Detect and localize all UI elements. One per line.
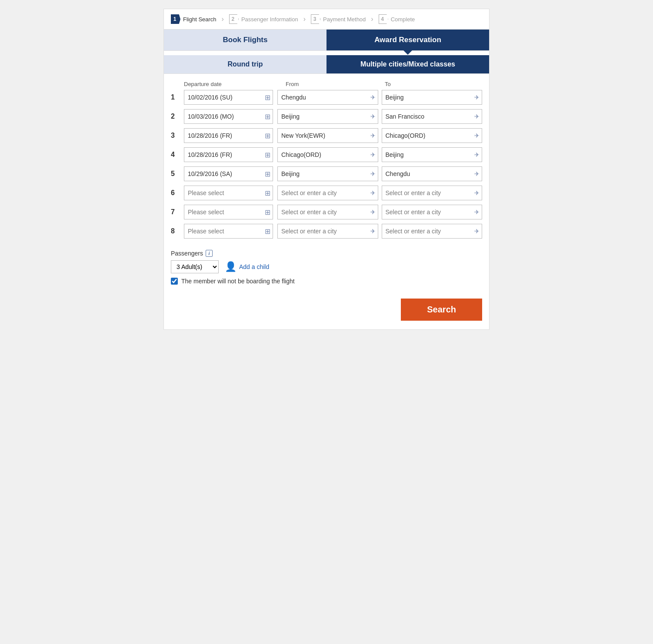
step-2: 2 Passenger Information bbox=[229, 14, 298, 24]
date-wrap-1: ⊞ bbox=[184, 90, 273, 105]
to-input-6[interactable] bbox=[382, 186, 483, 200]
step-sep-3: › bbox=[371, 15, 373, 23]
flights-section: Departure date From To 1⊞✈✈2⊞✈✈3⊞✈✈4⊞✈✈5… bbox=[164, 74, 489, 246]
row-num-3: 3 bbox=[171, 132, 184, 139]
to-wrap-1: ✈ bbox=[382, 90, 483, 105]
to-input-3[interactable] bbox=[382, 128, 483, 143]
step-4-num: 4 bbox=[379, 14, 388, 24]
to-wrap-6: ✈ bbox=[382, 186, 483, 200]
date-wrap-5: ⊞ bbox=[184, 166, 273, 181]
step-1-label: Flight Search bbox=[183, 16, 217, 23]
row-num-6: 6 bbox=[171, 189, 184, 197]
date-input-3[interactable] bbox=[184, 128, 273, 143]
from-input-6[interactable] bbox=[277, 186, 378, 200]
flight-row-7: 7⊞✈✈ bbox=[171, 205, 482, 219]
from-input-2[interactable] bbox=[277, 109, 378, 124]
from-wrap-6: ✈ bbox=[277, 186, 378, 200]
info-icon[interactable]: i bbox=[206, 250, 213, 257]
to-input-4[interactable] bbox=[382, 147, 483, 162]
from-input-5[interactable] bbox=[277, 166, 378, 181]
date-wrap-8: ⊞ bbox=[184, 224, 273, 239]
to-input-2[interactable] bbox=[382, 109, 483, 124]
row-num-8: 8 bbox=[171, 227, 184, 235]
from-input-8[interactable] bbox=[277, 224, 378, 239]
col-header-from: From bbox=[284, 81, 383, 87]
col-headers: Departure date From To bbox=[184, 81, 482, 87]
flight-row-5: 5⊞✈✈ bbox=[171, 166, 482, 181]
date-wrap-4: ⊞ bbox=[184, 147, 273, 162]
stepper: 1 Flight Search › 2 Passenger Informatio… bbox=[164, 9, 489, 30]
row-num-1: 1 bbox=[171, 93, 184, 101]
step-4-label: Complete bbox=[391, 16, 415, 23]
flight-row-8: 8⊞✈✈ bbox=[171, 224, 482, 239]
date-input-2[interactable] bbox=[184, 109, 273, 124]
from-wrap-5: ✈ bbox=[277, 166, 378, 181]
tab-book-flights[interactable]: Book Flights bbox=[164, 30, 326, 50]
row-num-7: 7 bbox=[171, 208, 184, 216]
to-input-1[interactable] bbox=[382, 90, 483, 105]
date-wrap-6: ⊞ bbox=[184, 186, 273, 200]
child-icon: 👤 bbox=[225, 261, 237, 272]
passengers-label: Passengers i bbox=[171, 250, 482, 257]
to-input-8[interactable] bbox=[382, 224, 483, 239]
from-input-7[interactable] bbox=[277, 205, 378, 219]
date-input-4[interactable] bbox=[184, 147, 273, 162]
date-input-5[interactable] bbox=[184, 166, 273, 181]
step-3: 3 Payment Method bbox=[311, 14, 366, 24]
from-wrap-7: ✈ bbox=[277, 205, 378, 219]
from-wrap-3: ✈ bbox=[277, 128, 378, 143]
tab-row-2: Round trip Multiple cities/Mixed classes bbox=[164, 55, 489, 74]
row-num-5: 5 bbox=[171, 170, 184, 178]
step-2-num: 2 bbox=[229, 14, 239, 24]
date-wrap-3: ⊞ bbox=[184, 128, 273, 143]
from-input-4[interactable] bbox=[277, 147, 378, 162]
date-input-1[interactable] bbox=[184, 90, 273, 105]
search-btn-row: Search bbox=[164, 292, 489, 329]
member-checkbox[interactable] bbox=[171, 278, 178, 285]
from-wrap-8: ✈ bbox=[277, 224, 378, 239]
step-3-label: Payment Method bbox=[323, 16, 366, 23]
col-header-to: To bbox=[383, 81, 482, 87]
step-2-label: Passenger Information bbox=[241, 16, 298, 23]
search-button[interactable]: Search bbox=[401, 299, 482, 321]
flight-row-4: 4⊞✈✈ bbox=[171, 147, 482, 162]
step-4: 4 Complete bbox=[379, 14, 415, 24]
date-input-6[interactable] bbox=[184, 186, 273, 200]
from-input-1[interactable] bbox=[277, 90, 378, 105]
step-1: 1 Flight Search bbox=[171, 14, 217, 24]
date-wrap-7: ⊞ bbox=[184, 205, 273, 219]
from-input-3[interactable] bbox=[277, 128, 378, 143]
adults-select[interactable]: 1 Adult(s)2 Adult(s)3 Adult(s)4 Adult(s)… bbox=[171, 260, 219, 273]
to-wrap-7: ✈ bbox=[382, 205, 483, 219]
main-container: 1 Flight Search › 2 Passenger Informatio… bbox=[163, 9, 490, 330]
add-child-label: Add a child bbox=[239, 263, 269, 270]
member-checkbox-label: The member will not be boarding the flig… bbox=[181, 278, 295, 285]
tab-multiple-cities[interactable]: Multiple cities/Mixed classes bbox=[326, 55, 489, 73]
from-wrap-1: ✈ bbox=[277, 90, 378, 105]
to-wrap-3: ✈ bbox=[382, 128, 483, 143]
tab-round-trip[interactable]: Round trip bbox=[164, 55, 326, 73]
step-3-num: 3 bbox=[311, 14, 320, 24]
from-wrap-2: ✈ bbox=[277, 109, 378, 124]
to-input-7[interactable] bbox=[382, 205, 483, 219]
flight-rows-container: 1⊞✈✈2⊞✈✈3⊞✈✈4⊞✈✈5⊞✈✈6⊞✈✈7⊞✈✈8⊞✈✈ bbox=[171, 90, 482, 239]
tab-row-1: Book Flights Award Reservation bbox=[164, 30, 489, 51]
flight-row-3: 3⊞✈✈ bbox=[171, 128, 482, 143]
row-num-2: 2 bbox=[171, 113, 184, 120]
date-input-7[interactable] bbox=[184, 205, 273, 219]
date-input-8[interactable] bbox=[184, 224, 273, 239]
row-num-4: 4 bbox=[171, 151, 184, 159]
to-input-5[interactable] bbox=[382, 166, 483, 181]
step-sep-2: › bbox=[303, 15, 306, 23]
tab-award-reservation[interactable]: Award Reservation bbox=[326, 30, 489, 50]
flight-row-2: 2⊞✈✈ bbox=[171, 109, 482, 124]
passengers-section: Passengers i 1 Adult(s)2 Adult(s)3 Adult… bbox=[164, 246, 489, 292]
step-1-num: 1 bbox=[171, 14, 180, 24]
flight-row-6: 6⊞✈✈ bbox=[171, 186, 482, 200]
flight-row-1: 1⊞✈✈ bbox=[171, 90, 482, 105]
step-sep-1: › bbox=[222, 15, 224, 23]
to-wrap-5: ✈ bbox=[382, 166, 483, 181]
member-checkbox-row: The member will not be boarding the flig… bbox=[171, 278, 482, 285]
add-child-button[interactable]: 👤 Add a child bbox=[225, 261, 269, 272]
passengers-text: Passengers bbox=[171, 250, 203, 257]
